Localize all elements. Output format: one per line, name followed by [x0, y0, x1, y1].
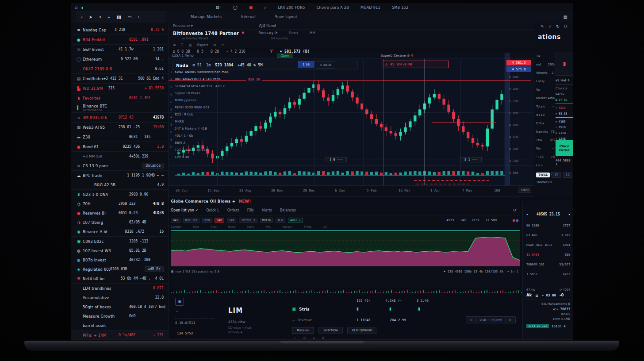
- column-label[interactable]: Margin: [283, 225, 292, 229]
- filter-chip[interactable]: 128: [227, 218, 237, 223]
- filter-chip[interactable]: 020: [202, 218, 212, 223]
- trade-row[interactable]: 31 9464666: [523, 250, 573, 260]
- watchlist-row[interactable]: Accumulative33.0: [71, 293, 168, 302]
- indicator-row[interactable]: DKU AMAZEREIT 4 F4B Paris: [175, 77, 221, 81]
- status-dot[interactable]: [513, 219, 515, 222]
- watchlist-row[interactable]: ◉Binance A.bt0318 .A721b: [71, 227, 168, 236]
- panel-tab[interactable]: Quick L: [206, 208, 219, 212]
- indicator-row[interactable]: B23 · Rillsb: [175, 113, 193, 116]
- mini-icon[interactable]: ☑: [303, 336, 306, 340]
- watchlist-row[interactable]: ●Bond 610235 4362.0: [71, 142, 168, 151]
- order-field[interactable]: T4 ·: [536, 52, 555, 60]
- cursor-icon[interactable]: ➤: [89, 15, 92, 19]
- search-icon[interactable]: ⌕: [264, 5, 266, 10]
- share-icon[interactable]: ◗: [81, 6, 83, 10]
- session-chip[interactable]: 1773 26 123: [526, 324, 549, 328]
- lim-card[interactable]: LIM 4334 view CO wave 4 mod actively 4: [224, 295, 290, 339]
- watchlist-row[interactable]: ≡Nasdaq Cap4 2180.72 %: [71, 25, 168, 35]
- indicator-row[interactable]: SEV4ASM MY4 F4B 93s · 41B 2: [175, 84, 225, 88]
- indicator-row[interactable]: Signal 10 Peaks: [175, 92, 200, 95]
- place-order-button[interactable]: Place Order: [556, 140, 573, 156]
- header-extra[interactable]: HH: [310, 31, 315, 35]
- menubar-item[interactable]: 5MB 152: [392, 6, 408, 10]
- watchlist-row[interactable]: ▮Favorites0281 1.391: [71, 93, 168, 103]
- manage-markets-button[interactable]: Manage Markets: [191, 15, 222, 19]
- watchlist-row[interactable]: ●Reserves BI0051 0.234LD/B: [71, 208, 168, 218]
- battery-icon[interactable]: ▣: [249, 5, 253, 10]
- mini-icon[interactable]: ⚡: [294, 336, 296, 340]
- watchlist-row[interactable]: ●B04 Emkbit0581 .891: [71, 35, 168, 44]
- filter-chip[interactable]: 4B91 ✓: [288, 218, 303, 223]
- status-dot[interactable]: [516, 219, 518, 222]
- column-label[interactable]: Side: [193, 225, 199, 229]
- frame-icon[interactable]: ▭: [127, 15, 131, 19]
- grid-layout-icon[interactable]: ▦: [564, 15, 567, 19]
- preset-dropdown[interactable]: Pressione ▾: [173, 24, 193, 28]
- symbol-title[interactable]: Bitfonveste 1748 Partner: [173, 31, 239, 36]
- card-button[interactable]: Material: [292, 327, 314, 334]
- column-label[interactable]: Entry: [228, 225, 236, 229]
- watchlist-row[interactable]: ▣C093 b02c1305 -133: [71, 236, 168, 246]
- watchlist-row[interactable]: ▪3M 0935 0.60712 434357B: [71, 112, 168, 122]
- order-chip[interactable]: 15: [552, 172, 561, 178]
- refresh-icon[interactable]: ⟳: [513, 208, 517, 212]
- filter-chip[interactable]: MRT2b: [260, 218, 273, 223]
- order-field[interactable]: Wn—: [536, 144, 555, 153]
- panel-tab[interactable]: Alerts: [262, 208, 272, 212]
- symbol-caret-icon[interactable]: ▼: [242, 31, 244, 35]
- next-icon[interactable]: ◂: [568, 212, 570, 216]
- forward-icon[interactable]: ›: [138, 15, 140, 19]
- alert-warning-box[interactable]: ⚠ 45 W4 rB 4B: [382, 61, 449, 68]
- order-field[interactable]: TP40/3: [536, 136, 555, 144]
- time-axis[interactable]: 5000 30 Jun15 Sep22 Aug28 Nov20 Dec6 Jan…: [169, 185, 534, 197]
- indicator-row[interactable]: MMW Jylands: [175, 99, 196, 102]
- price-alert-line[interactable]: [169, 80, 531, 81]
- watchlist-row[interactable]: +3 MM 2xB4+50L 239: [71, 151, 168, 161]
- watchlist-row[interactable]: ≈CS 13.9 pannaBalance: [71, 161, 168, 170]
- trade-row[interactable]: Hown /WIL 16136004: [523, 240, 573, 250]
- watchlist-row[interactable]: ◯Ethereum0 522 0014 .: [71, 54, 168, 64]
- timeframe-dropdown[interactable]: Annuary ⟳: [259, 31, 278, 35]
- chart-tool-icon[interactable]: ↩: [222, 43, 224, 47]
- card-button[interactable]: WHYMDA: [318, 327, 343, 334]
- trade-row[interactable]: 66 1989CTIT: [523, 221, 573, 230]
- depth-chart[interactable]: 12 0009 0006 0003 000: [171, 232, 520, 266]
- panel-tab[interactable]: Open list yon ✓: [171, 208, 198, 212]
- indicator-row[interactable]: 24T b Makers 4 41B: [175, 127, 207, 131]
- watchlist-row[interactable]: M7a: + 14MD 1x/4RF+ 231: [71, 330, 168, 340]
- chart-tool-icon[interactable]: Export: [197, 43, 208, 47]
- order-chip[interactable]: 7014: [536, 173, 550, 177]
- menubar-item[interactable]: LKR 200 FON5: [278, 6, 305, 10]
- order-field[interactable]: Lanty: [536, 77, 555, 85]
- watchlist-row[interactable]: LD4 trendlines0.071: [71, 283, 168, 293]
- chart-tool-icon[interactable]: ⛶: [181, 43, 183, 47]
- order-field[interactable]: md29%: [536, 60, 555, 69]
- user-icon[interactable]: ⚇: [564, 24, 567, 29]
- layout-icon[interactable]: ⊟◦: [216, 5, 222, 10]
- chart-tool-icon[interactable]: ▥: [189, 43, 192, 47]
- chart-tool-icon[interactable]: ⊕: [213, 43, 216, 47]
- order-field[interactable]: #110: [536, 111, 555, 119]
- watchlist-row[interactable]: ▍Binance BTCperformance: [71, 103, 168, 112]
- column-label[interactable]: 1x: [323, 225, 327, 229]
- header-extra[interactable]: Genx: [289, 31, 298, 35]
- watchlist-row[interactable]: ◍107 Invest W305.01 2B: [71, 246, 168, 255]
- watchlist-row[interactable]: ◈Regulated 602450208 03BwdB Br: [71, 265, 168, 274]
- check-icon[interactable]: ✓: [548, 24, 552, 29]
- order-chip[interactable]: 12: [563, 172, 572, 178]
- indicator-row[interactable]: 40L4 1 · 0b: [175, 134, 193, 138]
- watchlist-row[interactable]: ♥Net4 b0 bn53 0b 4M -4B .4 0L: [71, 274, 168, 283]
- filter-chip[interactable]: B41: [171, 218, 180, 223]
- mode-label[interactable]: Classic: [556, 85, 573, 91]
- order-field[interactable]: Vo: [536, 85, 555, 94]
- annotation-blue-badge[interactable]: 1 SE: [298, 61, 314, 68]
- filter-chip[interactable]: ⊞ 6: [276, 218, 285, 223]
- indicator-row[interactable]: REVO 0339 9066 601: [175, 106, 210, 109]
- watchlist-row[interactable]: ▬Z390631 - 135: [71, 132, 168, 142]
- watchlist-row[interactable]: 50qtr of boxes400.1B 4 10/7 Emd: [71, 302, 168, 311]
- interval-button[interactable]: Interval: [241, 15, 256, 19]
- mini-icon[interactable]: ⌂: [313, 336, 314, 340]
- indicator-row[interactable]: MKR0: [175, 120, 184, 123]
- candlestick-chart[interactable]: LUSA 1 Temp Open Superb Zexane ⊙ 4 Nada …: [169, 53, 534, 185]
- panel-tab[interactable]: Orders: [227, 208, 239, 212]
